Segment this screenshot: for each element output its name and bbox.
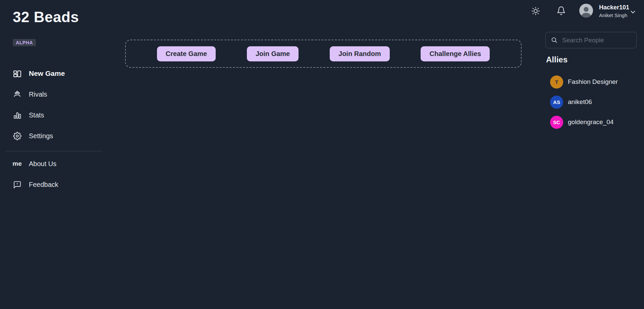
ally-row-goldengrace-04[interactable]: SC goldengrace_04 <box>550 115 618 129</box>
user-name-block: Hacker101 Aniket Singh <box>599 4 629 18</box>
sidebar-item-label: Rivals <box>29 91 47 98</box>
app-title: 32 Beads <box>13 9 79 25</box>
sidebar-item-label: Feedback <box>29 181 58 189</box>
ally-row-aniket06[interactable]: AS aniket06 <box>550 95 618 109</box>
ally-name: goldengrace_04 <box>568 118 613 126</box>
sidebar-item-label: New Game <box>29 69 65 78</box>
ally-avatar: T <box>550 75 563 89</box>
ally-avatar: SC <box>550 116 563 129</box>
sidebar-item-settings[interactable]: Settings <box>13 130 103 142</box>
rivals-people-icon <box>13 90 21 99</box>
sidebar-item-label: Stats <box>29 111 44 119</box>
app-root: 32 Beads ALPHA New Game <box>0 0 644 309</box>
ally-row-fashion-designer[interactable]: T Fashion Designer <box>550 75 618 89</box>
allies-heading: Allies <box>546 55 568 64</box>
sidebar-item-label: Settings <box>29 132 53 140</box>
ally-name: Fashion Designer <box>568 78 618 86</box>
me-text-icon: me <box>13 159 21 168</box>
allies-list: T Fashion Designer AS aniket06 SC golden… <box>550 75 618 136</box>
sidebar-item-new-game[interactable]: New Game <box>13 68 103 79</box>
ally-avatar: AS <box>550 96 563 109</box>
feedback-bubble-icon <box>13 180 21 189</box>
stats-bars-icon <box>13 111 21 119</box>
search-people-box <box>545 32 637 48</box>
join-random-button[interactable]: Join Random <box>330 46 390 61</box>
sidebar-item-about-us[interactable]: me About Us <box>13 158 103 169</box>
theme-toggle-button[interactable] <box>531 6 540 16</box>
notifications-bell-icon[interactable] <box>556 6 566 16</box>
chevron-down-icon[interactable] <box>629 8 637 16</box>
alpha-badge: ALPHA <box>13 39 36 46</box>
user-avatar[interactable] <box>579 4 593 17</box>
sidebar-item-feedback[interactable]: Feedback <box>13 179 103 190</box>
sidebar-item-stats[interactable]: Stats <box>13 109 103 121</box>
user-real-name: Aniket Singh <box>599 12 629 19</box>
challenge-allies-button[interactable]: Challenge Allies <box>421 46 490 61</box>
ally-name: aniket06 <box>568 98 592 106</box>
create-game-button[interactable]: Create Game <box>157 46 216 61</box>
username: Hacker101 <box>599 4 629 11</box>
sidebar-nav: New Game Rivals Stats <box>13 68 103 200</box>
join-game-button[interactable]: Join Game <box>247 46 299 61</box>
search-icon <box>551 37 558 44</box>
game-actions-panel: Create Game Join Game Join Random Challe… <box>125 40 522 68</box>
sidebar-divider <box>5 151 102 151</box>
sidebar-item-rivals[interactable]: Rivals <box>13 89 103 100</box>
sidebar-item-label: About Us <box>29 160 56 168</box>
settings-gear-icon <box>13 132 21 140</box>
search-people-input[interactable] <box>562 37 631 44</box>
new-game-layout-icon <box>13 69 21 78</box>
